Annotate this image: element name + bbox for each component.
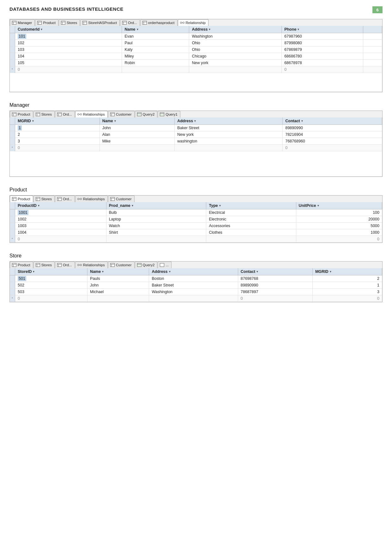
svg-rect-46 (57, 197, 61, 201)
svg-rect-43 (36, 197, 40, 201)
product-table-container: Product Stores Ord... Relationships Cust… (9, 195, 383, 243)
cell-address: Ohio (189, 40, 282, 46)
cell-phone: 67987960 (282, 33, 363, 40)
store-table-container: Product Stores Ord... Relationships Cust… (9, 261, 383, 302)
cell-name: Mike (100, 138, 175, 145)
col-contact: Contact▾ (238, 268, 312, 275)
tab-ord[interactable]: Ord... (120, 19, 140, 26)
svg-rect-72 (160, 263, 164, 267)
cell-productid: 1002 (15, 216, 106, 223)
tab-stores[interactable]: Stores (33, 196, 55, 202)
tab-product[interactable]: Product (10, 262, 33, 268)
row-selector (10, 131, 15, 138)
svg-rect-61 (57, 263, 61, 267)
row-selector (10, 209, 15, 216)
tab-relationships[interactable]: Relationships (75, 262, 108, 268)
tab-product[interactable]: Product (35, 19, 58, 26)
tab-stores[interactable]: Stores (33, 111, 55, 117)
empty-space-row (10, 151, 382, 177)
cell-name: Alan (100, 131, 175, 138)
product-tab-bar: Product Stores Ord... Relationships Cust… (10, 196, 382, 202)
svg-rect-24 (36, 113, 40, 116)
tab-relationship[interactable]: Relationship (178, 19, 208, 26)
svg-point-64 (77, 264, 79, 266)
tab-label: Query1 (166, 112, 178, 116)
cell-contact: 0 (238, 295, 312, 302)
cell-name: Robin (122, 60, 189, 66)
customer-table-container: Manager Product Stores StoreHASProduct O… (9, 19, 383, 92)
cell-address (175, 145, 283, 151)
tab-manager[interactable]: Manager (10, 19, 35, 26)
tab-ord[interactable]: Ord... (55, 262, 75, 268)
tab-label: Query2 (143, 112, 155, 116)
tab-label: Customer (116, 197, 132, 201)
cell-prodname: Laptop (106, 216, 206, 223)
tab-relationships[interactable]: Relationships (75, 196, 108, 202)
table-row: 3 Mike washington 768768960 (10, 138, 382, 145)
tab-orderhasproduct[interactable]: orderhasproduct (140, 19, 178, 26)
table-row: 1004 Shiirt Clothes 1000 (10, 229, 382, 236)
tab-ord[interactable]: Ord... (55, 196, 75, 202)
table-row: 502 John Baker Street 89890990 1 (10, 282, 382, 289)
cell-name: Paul (122, 40, 189, 46)
manager-section-label: Manager (9, 102, 383, 108)
tab-product[interactable]: Product (10, 196, 33, 202)
cell-phone: 68686780 (282, 53, 363, 60)
tab-product[interactable]: Product (10, 111, 33, 117)
cell-customerid: 0 (15, 66, 122, 73)
tab-ord[interactable]: Ord... (55, 111, 75, 117)
tab-relationship-label: Relationship (186, 21, 206, 25)
tab-label: Stores (41, 112, 52, 116)
row-selector (10, 289, 15, 295)
tab-query1[interactable]: Query1 (158, 111, 180, 117)
tab-stores[interactable]: Stores (33, 262, 55, 268)
tab-label: ... (166, 263, 169, 267)
svg-point-30 (77, 114, 79, 115)
tab-query2[interactable]: Query2 (135, 111, 158, 117)
row-selector (10, 216, 15, 223)
cell-address: Chicago (189, 53, 282, 60)
tab-stores[interactable]: Stores (59, 19, 80, 26)
tab-label: Product (18, 263, 30, 267)
cell-mgrid: 3 (312, 289, 382, 295)
tab-relationships[interactable]: Relationships (75, 111, 108, 117)
new-row: * 0 0 (10, 66, 382, 73)
page-header: DATABASES AND BUSINESSES INTELLIGENCE 6 (9, 6, 383, 13)
cell-prodname (106, 236, 206, 243)
cell-mgrid: 2 (312, 275, 382, 282)
cell-productid: 1003 (15, 223, 106, 229)
cell-storeid: 501 (15, 275, 87, 282)
cell-extra (363, 66, 382, 73)
svg-rect-40 (12, 197, 16, 201)
svg-rect-9 (83, 21, 87, 25)
store-table-header-row: StoreID▾ Name▾ Address▾ Contact▾ MGRID▾ (10, 268, 382, 275)
tab-storehasproduct[interactable]: StoreHASProduct (80, 19, 120, 26)
store-table: StoreID▾ Name▾ Address▾ Contact▾ MGRID▾ (10, 268, 382, 302)
tab-query2[interactable]: Query2 (135, 262, 158, 268)
col-productid: ProductID▾ (15, 202, 106, 209)
cell-unitprice: 5000 (296, 223, 382, 229)
cell-mgrid: 0 (15, 145, 100, 151)
page-title: DATABASES AND BUSINESSES INTELLIGENCE (9, 6, 124, 12)
cell-name: Pauls (87, 275, 149, 282)
tab-customer[interactable]: Customer (108, 262, 135, 268)
svg-rect-12 (123, 21, 127, 25)
cell-address: Boston (149, 275, 238, 282)
row-selector (10, 53, 15, 60)
svg-rect-67 (110, 263, 114, 267)
cell-contact: 89890990 (238, 282, 312, 289)
tab-customer[interactable]: Customer (108, 111, 135, 117)
cell-mgrid: 3 (15, 138, 100, 145)
table-row: 103 Katy Ohio 67869879 (10, 46, 382, 53)
tab-customer[interactable]: Customer (108, 196, 135, 202)
manager-table-header-row: MGRID▾ Name▾ Address▾ Contact▾ (10, 117, 382, 125)
col-address: Address▾ (149, 268, 238, 275)
cell-contact: 78216904 (283, 131, 382, 138)
col-storeid: StoreID▾ (15, 268, 87, 275)
cell-extra (363, 33, 382, 40)
cell-storeid: 502 (15, 282, 87, 289)
cell-extra (363, 46, 382, 53)
svg-rect-6 (61, 21, 65, 25)
tab-more[interactable]: ... (158, 262, 172, 268)
customer-table: CustomerId▾ Name▾ Address▾ Phone▾ (10, 26, 382, 92)
